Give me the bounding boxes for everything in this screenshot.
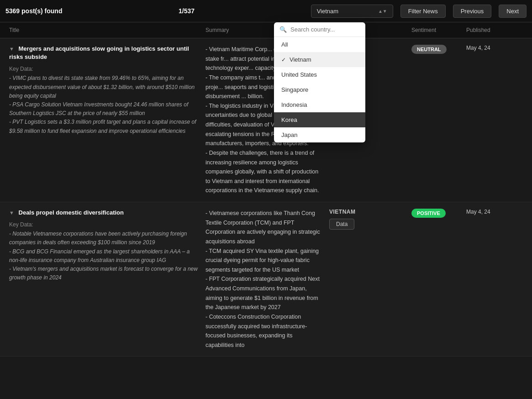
sentiment-badge: NEUTRAL [411,45,447,54]
th-sentiment: Sentiment [408,22,463,38]
dropdown-item-label: Indonesia [281,101,307,108]
table-header: Title Summary Country Sentiment Publishe… [0,22,532,38]
country-value: VIETNAM [329,209,404,215]
published-cell: May 4, 24 [463,38,527,202]
th-published: Published [463,22,527,38]
pagination-info: 1/537 [69,7,303,15]
dropdown-search-area: 🔍 [274,22,365,37]
key-data-content: - Notable Vietnamese corporations have b… [9,230,198,282]
key-data-label: Key Data: [9,66,198,72]
dropdown-item-singapore[interactable]: Singapore [274,82,365,97]
search-icon: 🔍 [279,26,287,33]
collapse-icon[interactable]: ▼ [9,46,14,52]
dropdown-item-vietnam[interactable]: ✓ Vietnam [274,52,365,67]
title-cell: ▼ Mergers and acquisitions slow going in… [5,38,202,202]
chevron-down-icon: ▲▼ [378,9,387,14]
dropdown-item-label: Singapore [281,86,308,93]
key-data-label: Key Data: [9,221,198,228]
search-country-input[interactable] [290,26,360,33]
dropdown-item-label: Japan [281,131,297,138]
post-count: 5369 post(s) found [5,7,62,15]
dropdown-item-japan[interactable]: Japan [274,127,365,142]
summary-cell: - Vietnamese corporations like Thanh Con… [202,202,326,356]
previous-button[interactable]: Previous [453,5,492,18]
top-bar: 5369 post(s) found 1/537 Vietnam ▲▼ Filt… [0,0,532,22]
dropdown-item-indonesia[interactable]: Indonesia [274,97,365,112]
dropdown-item-united-states[interactable]: United States [274,67,365,82]
sentiment-badge: POSITIVE [411,209,446,218]
published-date: May 4, 24 [466,209,490,215]
row-title: Mergers and acquisitions slow going in l… [9,45,189,60]
dropdown-item-all[interactable]: All [274,37,365,52]
country-selected-label: Vietnam [317,8,338,15]
published-date: May 4, 24 [466,45,490,51]
check-icon: ✓ [281,57,286,63]
content-area: ▼ Mergers and acquisitions slow going in… [0,38,532,398]
dropdown-item-label: United States [281,71,317,78]
next-button[interactable]: Next [499,5,527,18]
sentiment-cell: NEUTRAL [408,38,463,202]
country-dropdown-button[interactable]: Vietnam ▲▼ [311,5,393,18]
data-button[interactable]: Data [329,219,354,230]
collapse-icon[interactable]: ▼ [9,210,14,215]
dropdown-item-korea[interactable]: Korea [274,112,365,127]
table-row: ▼ Deals propel domestic diversification … [0,202,532,357]
country-cell: VIETNAM Data [326,202,408,356]
dropdown-item-label: Korea [281,116,297,123]
row-title: Deals propel domestic diversification [19,209,124,216]
dropdown-item-label: Vietnam [290,56,311,63]
th-title: Title [5,22,202,38]
filter-news-button[interactable]: Filter News [400,5,446,18]
sentiment-cell: POSITIVE [408,202,463,356]
published-cell: May 4, 24 [463,202,527,356]
table-row: ▼ Mergers and acquisitions slow going in… [0,38,532,202]
dropdown-item-label: All [281,41,288,48]
title-cell: ▼ Deals propel domestic diversification … [5,202,202,356]
country-dropdown-menu: 🔍 All ✓ Vietnam United States Singapore … [274,22,365,142]
key-data-content: - VIMC plans to divest its state stake f… [9,74,198,135]
